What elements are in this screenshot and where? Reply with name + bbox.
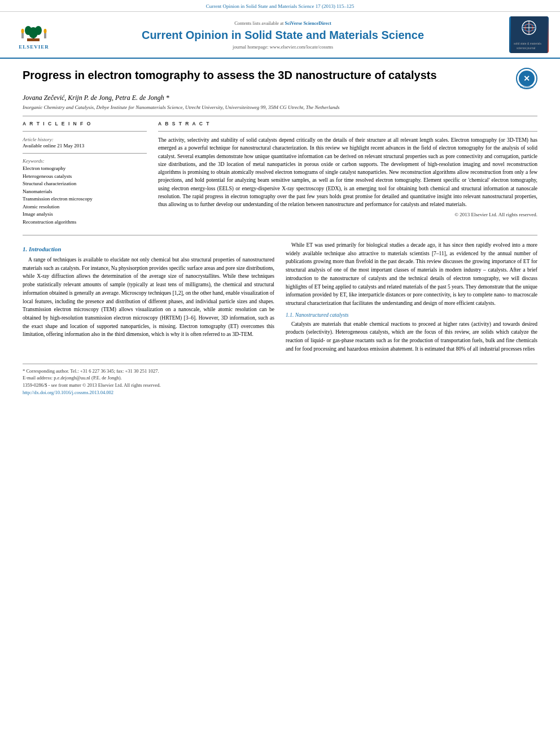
abstract-divider xyxy=(158,131,537,132)
article-title-section: Progress in electron tomography to asses… xyxy=(23,68,537,89)
keyword-item: Atomic resolution xyxy=(23,203,147,211)
keyword-item: Image analysis xyxy=(23,211,147,219)
article-info-heading: A R T I C L E I N F O xyxy=(23,121,147,126)
journal-header: ELSEVIER Contents lists available at Sci… xyxy=(0,12,560,59)
svg-point-7 xyxy=(43,29,46,33)
svg-text:CrossMark: CrossMark xyxy=(520,85,534,89)
crossmark-badge: ✕ CrossMark xyxy=(516,68,537,89)
footnote-section: * Corresponding author. Tel.: +31 6 227 … xyxy=(23,364,537,396)
keywords-section: Keywords: Electron tomographyHeterogeneo… xyxy=(23,158,147,226)
journal-title: Current Opinion in Solid State and Mater… xyxy=(62,28,504,42)
journal-brand-image: solid state & materials science journal xyxy=(511,16,548,53)
authors: Jovana Zečević, Krijn P. de Jong, Petra … xyxy=(23,94,537,102)
journal-reference: Current Opinion in Solid State and Mater… xyxy=(206,3,355,9)
copyright-line: © 2013 Elsevier Ltd. All rights reserved… xyxy=(158,212,537,217)
elsevier-logo-container: ELSEVIER xyxy=(11,20,56,50)
svg-text:science journal: science journal xyxy=(517,46,535,50)
keywords-divider xyxy=(23,153,147,154)
section1-right-text: While ET was used primarily for biologic… xyxy=(286,241,537,308)
article-title: Progress in electron tomography to asses… xyxy=(23,68,510,82)
svg-text:✕: ✕ xyxy=(523,74,530,83)
footnote-corresponding: * Corresponding author. Tel.: +31 6 227 … xyxy=(23,368,537,375)
keywords-label: Keywords: xyxy=(23,158,147,164)
article-info-abstract: A R T I C L E I N F O Article history: A… xyxy=(23,121,537,226)
svg-point-2 xyxy=(25,26,32,35)
section1-1-text: Catalysts are materials that enable chem… xyxy=(286,320,537,353)
body-content: 1. Introduction A range of techniques is… xyxy=(23,241,537,357)
keywords-list: Electron tomographyHeterogeneous catalys… xyxy=(23,165,147,226)
keyword-item: Electron tomography xyxy=(23,165,147,173)
footnote-issn: 1359-0286/$ - see front matter © 2013 El… xyxy=(23,382,537,389)
footnote-doi: http://dx.doi.org/10.1016/j.cossms.2013.… xyxy=(23,389,537,396)
abstract-column: A B S T R A C T The activity, selectivit… xyxy=(158,121,537,226)
keyword-item: Nanomaterials xyxy=(23,188,147,196)
article-info-column: A R T I C L E I N F O Article history: A… xyxy=(23,121,147,226)
history-label: Article history: xyxy=(23,137,54,142)
keyword-item: Structural characterization xyxy=(23,180,147,188)
history-value: Available online 21 May 2013 xyxy=(23,143,84,148)
keyword-item: Reconstruction algorithms xyxy=(23,219,147,226)
affiliation: Inorganic Chemistry and Catalysis, Debye… xyxy=(23,104,537,110)
section1-heading: 1. Introduction xyxy=(23,246,274,252)
svg-point-3 xyxy=(35,26,42,35)
header-divider xyxy=(23,116,537,116)
keyword-item: Transmission electron microscopy xyxy=(23,195,147,203)
elsevier-wordmark: ELSEVIER xyxy=(19,44,49,50)
elsevier-logo-svg xyxy=(16,20,53,43)
sciverse-line: Contents lists available at SciVerse Sci… xyxy=(62,20,504,26)
svg-point-5 xyxy=(21,29,24,33)
body-divider xyxy=(23,235,537,235)
body-left-column: 1. Introduction A range of techniques is… xyxy=(23,241,274,357)
main-content: Progress in electron tomography to asses… xyxy=(0,59,560,408)
footnote-email: E-mail address: p.e.dejongh@uu.nl (P.E. … xyxy=(23,374,537,382)
abstract-text: The activity, selectivity and stability … xyxy=(158,136,537,208)
article-history: Article history: Available online 21 May… xyxy=(23,136,147,148)
svg-text:solid state & materials: solid state & materials xyxy=(514,42,541,45)
journal-homepage: journal homepage: www.elsevier.com/locat… xyxy=(62,44,504,50)
journal-center: Contents lists available at SciVerse Sci… xyxy=(62,20,504,50)
svg-rect-8 xyxy=(27,38,40,41)
abstract-heading: A B S T R A C T xyxy=(158,121,537,126)
journal-logo-right: solid state & materials science journal xyxy=(509,16,549,53)
section1-text: A range of techniques is available to el… xyxy=(23,256,274,339)
top-bar: Current Opinion in Solid State and Mater… xyxy=(0,0,560,12)
article-info-divider xyxy=(23,131,147,132)
keyword-item: Heterogeneous catalysts xyxy=(23,173,147,181)
section1-1-heading: 1.1. Nanostructured catalysts xyxy=(286,312,537,318)
sciverse-link[interactable]: SciVerse ScienceDirect xyxy=(285,20,331,26)
body-right-column: While ET was used primarily for biologic… xyxy=(286,241,537,357)
